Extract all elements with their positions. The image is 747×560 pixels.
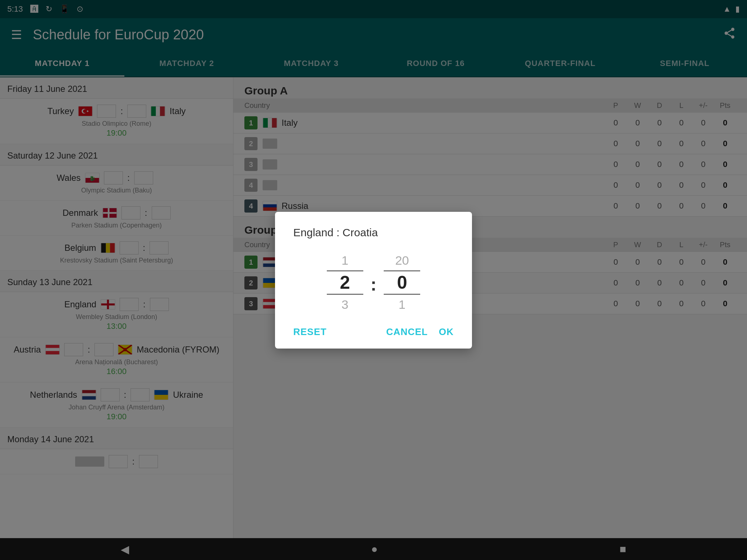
score-picker: 1 2 3 : 20 0 1 xyxy=(293,253,454,312)
home-score-above[interactable]: 1 xyxy=(341,253,348,271)
home-score-value[interactable]: 2 xyxy=(327,271,363,295)
modal-overlay[interactable]: England : Croatia 1 2 3 : 20 0 1 RESET C… xyxy=(0,0,747,560)
modal-right-buttons: CANCEL OK xyxy=(386,326,454,338)
away-score-below[interactable]: 1 xyxy=(399,295,406,312)
modal-actions: RESET CANCEL OK xyxy=(293,326,454,338)
score-entry-modal: England : Croatia 1 2 3 : 20 0 1 RESET C… xyxy=(275,212,472,349)
ok-button[interactable]: OK xyxy=(439,326,454,338)
cancel-button[interactable]: CANCEL xyxy=(386,326,428,338)
home-score-below[interactable]: 3 xyxy=(341,295,348,312)
reset-button[interactable]: RESET xyxy=(293,326,327,338)
away-score-picker: 20 0 1 xyxy=(384,253,420,312)
home-score-picker: 1 2 3 xyxy=(327,253,363,312)
away-score-above[interactable]: 20 xyxy=(395,253,409,271)
away-score-value[interactable]: 0 xyxy=(384,271,420,295)
score-colon: : xyxy=(371,270,377,295)
modal-title: England : Croatia xyxy=(293,226,454,239)
